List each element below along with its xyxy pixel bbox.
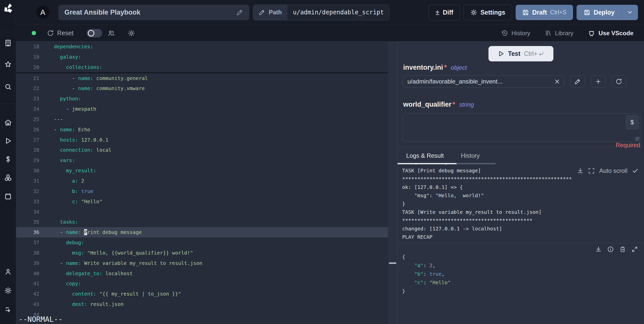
code-line-40[interactable]: 40 delegate_to: localhost [16,268,388,279]
code-line-25[interactable]: 25--- [16,114,388,125]
code-line-43[interactable]: 43 dest: result.json [16,299,388,309]
settings-button[interactable]: Settings [464,5,512,20]
script-title-field[interactable]: Great Ansible Playbook [58,5,249,20]
chevron-down-icon [627,9,633,16]
code-line-24[interactable]: 24 - jmespath [16,104,388,114]
sidebar-item-favorites[interactable] [4,61,12,68]
code-line-42[interactable]: 42 content: "{{ my_result | to_json }}" [16,289,388,299]
sidebar-item-resources[interactable] [4,174,12,181]
edit-path-pencil-icon [259,9,265,16]
code-editor[interactable]: 18dependencies:19 galaxy:20 collections:… [16,42,388,324]
add-resource-button[interactable] [591,75,605,88]
deploy-button[interactable]: Deploy [577,5,622,20]
log-line: ****************************************… [402,216,644,225]
panel-resize-gutter[interactable] [388,42,397,324]
windmill-app: A Great Ansible Playbook Path u/admin/de… [0,0,644,324]
code-line-27[interactable]: 27 hosts: 127.0.0.1 [16,135,388,145]
toggle-knob [88,30,94,36]
code-line-36[interactable]: 36 - name: Print debug message [16,227,388,237]
code-line-37[interactable]: 37 debug: [16,237,388,248]
world-qualifier-input[interactable] [403,114,640,141]
code-line-29[interactable]: 29 vars: [16,155,388,166]
auto-scroll-check-icon[interactable] [632,168,638,174]
test-button[interactable]: Test Ctrl+ [488,46,553,61]
download-result-icon[interactable] [595,246,602,253]
refresh-resource-button[interactable] [612,75,626,88]
code-line-35[interactable]: 35 tasks: [16,217,388,227]
deploy-dropdown-button[interactable] [622,5,638,20]
log-line: changed: [127.0.0.1 -> localhost] [402,225,644,233]
diff-button[interactable]: ± Diff [429,5,460,20]
download-logs-icon[interactable] [577,168,584,174]
ansible-avatar: A [36,6,49,19]
code-line-23[interactable]: 23 python: [16,94,388,104]
save-icon [584,9,590,16]
expand-result-icon[interactable] [631,246,638,253]
log-toolbar: Auto scroll [577,167,638,174]
sidebar-item-variables[interactable] [4,155,12,163]
sidebar-item-schedules[interactable] [4,193,12,200]
edit-resource-button[interactable] [570,75,585,88]
inventory-resource-input[interactable] [403,75,564,88]
textarea-resize-grip[interactable] [635,137,639,141]
code-line-34[interactable]: 34 [16,207,388,217]
code-line-28[interactable]: 28 connection: local [16,145,388,155]
log-line: PLAY RECAP [402,233,644,241]
content-row: 18dependencies:19 galaxy:20 collections:… [16,42,644,324]
log-line: "msg": "Hello, world!" [402,191,644,200]
users-icon[interactable] [108,30,115,37]
path-edit-segment[interactable]: Path [253,5,287,20]
code-line-19[interactable]: 19 galaxy: [16,52,388,62]
insert-variable-button[interactable]: $ [626,115,638,129]
tab-logs-result[interactable]: Logs & Result [406,150,444,162]
world-qualifier-field: $ [403,113,640,142]
tab-history[interactable]: History [461,150,480,162]
clear-icon[interactable] [554,78,560,85]
use-vscode-button[interactable]: Use VScode [588,29,633,37]
code-line-21[interactable]: 21 - name: community.general [16,73,388,84]
copy-clipboard-icon[interactable] [619,246,626,253]
info-icon[interactable] [607,246,614,253]
code-line-33[interactable]: 33 c: "Hello" [16,196,388,207]
log-line: ok: [127.0.0.1] => { [402,183,644,191]
code-line-18[interactable]: 18dependencies: [16,42,388,52]
code-line-20[interactable]: 20 collections: [16,62,388,72]
path-value: u/admin/dependable_script [287,5,389,20]
library-button[interactable]: Library [545,30,573,37]
topbar: A Great Ansible Playbook Path u/admin/de… [16,0,644,25]
test-label: Test [508,50,520,57]
script-title: Great Ansible Playbook [64,9,236,16]
code-line-31[interactable]: 31 a: 2 [16,176,388,186]
code-line-26[interactable]: 26- name: Echo [16,125,388,135]
sidebar-item-search[interactable] [4,83,12,91]
editor-settings-gear-icon[interactable] [128,30,135,37]
sidebar-item-account[interactable] [4,268,12,275]
sidebar-item-home[interactable] [4,119,12,126]
code-line-30[interactable]: 30 my_result: [16,166,388,176]
sidebar-item-settings[interactable] [4,287,12,294]
sidebar-item-runs[interactable] [4,137,12,145]
reset-button[interactable]: Reset [47,29,73,37]
result-pane[interactable]: { "a": 2, "b": true, "c": "Hello"} [398,243,644,324]
code-line-39[interactable]: 39 - name: Write variable my_result to r… [16,258,388,268]
assistant-toggle[interactable] [87,29,102,37]
sidebar-item-workspace[interactable] [4,39,12,47]
code-line-38[interactable]: 38 msg: "Hello, {{world_qualifier}} worl… [16,248,388,258]
code-line-44[interactable]: 44 [16,309,388,320]
inventory-resource-value[interactable] [403,78,564,85]
editor-lines: 21 - name: community.general22 - name: c… [16,73,388,309]
sidebar-item-logout[interactable] [4,306,12,313]
code-line-41[interactable]: 41 copy: [16,278,388,289]
code-line-22[interactable]: 22 - name: community.vmware [16,83,388,94]
expand-logs-icon[interactable] [588,168,595,174]
edit-title-pencil-icon[interactable] [236,9,243,16]
history-button[interactable]: History [501,30,530,37]
windmill-logo-icon[interactable] [3,2,14,14]
draft-button[interactable]: Draft Ctrl+S [516,5,573,20]
code-line-32[interactable]: 32 b: true [16,186,388,196]
logs-pane[interactable]: ok: [127.0.0.1]TASK [Print debug message… [398,164,644,243]
script-path-chip[interactable]: Path u/admin/dependable_script [253,5,390,20]
resize-handle[interactable] [389,262,396,264]
sidebar-top-divider [0,25,16,25]
required-asterisk: * [452,101,455,108]
